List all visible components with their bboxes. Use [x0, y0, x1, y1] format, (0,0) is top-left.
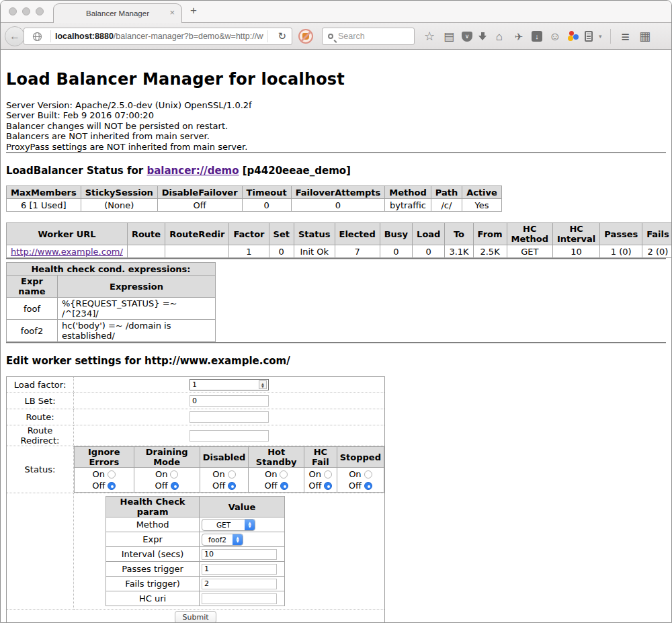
passes-label: Passes trigger — [106, 562, 200, 577]
inherit-note-line: Balancers are NOT inherited from main se… — [6, 131, 666, 141]
radio-disabled-off[interactable] — [228, 482, 236, 490]
radio-disabled-on[interactable] — [228, 470, 236, 479]
radio-ignore-errors-off[interactable] — [108, 482, 116, 490]
search-placeholder: Search — [338, 32, 365, 41]
persist-note-line: Balancer changes will NOT be persisted o… — [6, 121, 666, 131]
tab-strip: Balancer Manager × + — [1, 1, 671, 23]
back-button[interactable]: ← — [5, 26, 25, 46]
status-table: Ignore Errors Draining Mode Disabled Hot… — [74, 446, 384, 493]
radio-draining-mode-off[interactable] — [171, 482, 179, 490]
submit-row: Submit — [7, 610, 385, 623]
send-icon[interactable]: ✈ — [512, 32, 526, 42]
balancer-status-heading: LoadBalancer Status for balancer://demo … — [6, 165, 666, 177]
server-info: Server Version: Apache/2.5.0-dev (Unix) … — [6, 100, 666, 152]
load-factor-label: Load factor: — [7, 377, 74, 393]
battery-extension-icon[interactable] — [585, 31, 593, 42]
radio-hc-fail-on[interactable] — [324, 470, 332, 479]
tab-balancer-manager[interactable]: Balancer Manager × — [53, 3, 182, 23]
lb-set-input[interactable] — [190, 395, 269, 407]
route-redirect-row: Route Redirect: — [7, 425, 385, 446]
proxypass-note-line: ProxyPass settings are NOT inherited fro… — [6, 142, 666, 152]
route-redirect-input[interactable] — [190, 430, 269, 442]
extension-download-icon[interactable]: ↓ — [532, 31, 542, 42]
route-redirect-label: Route Redirect: — [7, 425, 74, 446]
search-bar[interactable]: Search — [322, 28, 415, 45]
radio-stopped-on[interactable] — [364, 470, 372, 479]
method-label: Method — [106, 517, 200, 532]
health-expressions-table: Health check cond. expressions: Expr nam… — [6, 262, 216, 342]
expr-label: Expr — [106, 532, 200, 547]
toolbar-divider — [610, 29, 611, 44]
browser-window: Balancer Manager × + ← localhost:8880/ba… — [0, 0, 672, 623]
table-header-row: Ignore Errors Draining Mode Disabled Hot… — [75, 447, 384, 468]
passes-input[interactable] — [202, 564, 277, 575]
bookmark-star-icon[interactable]: ☆ — [423, 30, 436, 42]
table-header-row: Health Check param Value — [106, 497, 285, 517]
menu-icon[interactable]: ≡ — [619, 30, 632, 44]
url-domain: localhost:8880 — [55, 32, 114, 41]
table-header-row: MaxMembers StickySession DisableFailover… — [7, 186, 502, 199]
select-stepper-icon: ▲▼ — [233, 534, 243, 546]
divider — [6, 152, 666, 153]
submit-button[interactable]: Submit — [175, 611, 216, 623]
window-controls[interactable] — [9, 7, 44, 15]
server-built-line: Server Built: Feb 9 2016 07:00:20 — [6, 110, 666, 120]
table-row: foof %{REQUEST_STATUS} =~ /^[234]/ — [7, 298, 216, 320]
url-divider — [50, 30, 51, 42]
status-label: Status: — [7, 446, 74, 493]
radio-hc-fail-off[interactable] — [324, 482, 332, 490]
radio-stopped-off[interactable] — [364, 482, 372, 490]
expr-select[interactable]: foof2 ▲▼ — [202, 534, 243, 546]
worker-url-link[interactable]: http://www.example.com/ — [11, 247, 123, 257]
radio-draining-mode-on[interactable] — [170, 470, 178, 479]
close-window-button[interactable] — [9, 7, 17, 15]
radio-ignore-errors-on[interactable] — [108, 470, 116, 479]
server-version-line: Server Version: Apache/2.5.0-dev (Unix) … — [6, 100, 666, 110]
radio-hot-standby-on[interactable] — [280, 470, 288, 479]
divider — [6, 258, 666, 259]
url-bar[interactable]: localhost:8880/balancer-manager?b=demo&w… — [24, 28, 292, 45]
colorful-extension-icon[interactable] — [568, 31, 579, 42]
balancer-demo-link[interactable]: balancer://demo — [146, 165, 239, 177]
expr-row: Expr foof2 ▲▼ — [106, 532, 285, 547]
page-content: Load Balancer Manager for localhost Serv… — [1, 70, 671, 623]
lb-set-label: LB Set: — [7, 393, 74, 409]
divider — [6, 342, 666, 343]
zoom-window-button[interactable] — [36, 7, 44, 15]
status-radio-row: On Off On Off On Off — [75, 468, 384, 493]
reload-icon[interactable]: ↻ — [278, 30, 286, 42]
site-identity-globe-icon[interactable] — [32, 32, 42, 42]
status-row: Status: Ignore Errors Draining Mode Disa… — [7, 446, 385, 493]
chevron-down-icon[interactable]: ▾ — [599, 33, 602, 40]
toolbar-icons: ☆ ▤ ∨ ⌂ ✈ ↓ ☺ ▾ ≡ ▦ — [423, 23, 652, 50]
fails-input[interactable] — [202, 579, 277, 589]
minimize-window-button[interactable] — [22, 7, 30, 15]
tab-title: Balancer Manager — [86, 9, 149, 17]
number-spinner[interactable]: ▲▼ — [259, 380, 267, 389]
tab-close-icon[interactable]: × — [169, 8, 175, 17]
table-row: 6 [1 Used] (None) Off 0 0 bytraffic /c/ … — [7, 199, 502, 212]
search-icon — [328, 34, 333, 39]
route-input[interactable] — [190, 411, 269, 423]
table-header-row: Expr name Expression — [7, 276, 216, 298]
url-path: /balancer-manager?b=demo&w=http://www.ex… — [114, 32, 264, 41]
table-title-row: Health check cond. expressions: — [7, 263, 216, 276]
load-factor-input[interactable] — [190, 379, 269, 390]
url-divider-right — [267, 30, 268, 42]
reading-list-icon[interactable]: ▤ — [442, 31, 456, 42]
hc-uri-input[interactable] — [202, 593, 277, 604]
interval-label: Interval (secs) — [106, 547, 200, 562]
new-tab-button[interactable]: + — [190, 4, 197, 17]
adblock-icon[interactable] — [298, 29, 313, 44]
url-text[interactable]: localhost:8880/balancer-manager?b=demo&w… — [55, 32, 263, 41]
pocket-icon[interactable]: ∨ — [462, 32, 472, 42]
downloads-icon[interactable] — [478, 32, 487, 40]
grid-panel-icon[interactable]: ▦ — [638, 30, 652, 42]
chat-smiley-icon[interactable]: ☺ — [548, 31, 562, 42]
method-select[interactable]: GET ▲▼ — [202, 519, 255, 531]
health-params-row: Health Check param Value Method GET ▲▼ — [7, 493, 385, 610]
home-icon[interactable]: ⌂ — [493, 31, 506, 42]
interval-input[interactable] — [202, 549, 277, 560]
radio-hot-standby-off[interactable] — [280, 482, 288, 490]
fails-row: Fails trigger) — [106, 577, 285, 591]
